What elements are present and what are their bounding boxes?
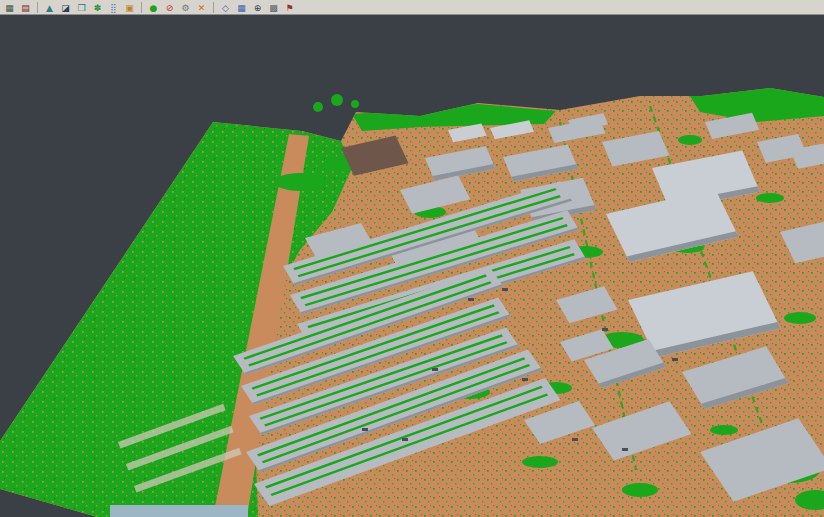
building <box>110 505 248 517</box>
viewport-3d[interactable] <box>0 15 824 517</box>
pointcloud-scene[interactable] <box>0 15 824 517</box>
delete-icon[interactable]: ✕ <box>195 1 208 14</box>
toolbar-separator <box>141 2 142 13</box>
dataset-icon[interactable]: ▣ <box>123 1 136 14</box>
tile-view-icon[interactable]: ▦ <box>235 1 248 14</box>
start-icon[interactable]: ● <box>147 1 160 14</box>
layers-icon[interactable]: ▦ <box>3 1 16 14</box>
fit-view-icon[interactable]: ◇ <box>219 1 232 14</box>
vegetation-icon[interactable]: ✽ <box>91 1 104 14</box>
globe-icon[interactable]: ⊕ <box>251 1 264 14</box>
toolbar: ▦▤▲◪❒✽⣿▣●⊘⚙✕◇▦⊕▩⚑ <box>0 0 824 15</box>
surface-icon[interactable]: ❒ <box>75 1 88 14</box>
toolbar-separator <box>37 2 38 13</box>
stop-icon[interactable]: ⊘ <box>163 1 176 14</box>
pointcloud-icon[interactable]: ⣿ <box>107 1 120 14</box>
flag-icon[interactable]: ⚑ <box>283 1 296 14</box>
profile-icon[interactable]: ◪ <box>59 1 72 14</box>
terrain-icon[interactable]: ▲ <box>43 1 56 14</box>
toolbar-separator <box>213 2 214 13</box>
settings-icon[interactable]: ⚙ <box>179 1 192 14</box>
snapshot-icon[interactable]: ▩ <box>267 1 280 14</box>
elevation-icon[interactable]: ▤ <box>19 1 32 14</box>
